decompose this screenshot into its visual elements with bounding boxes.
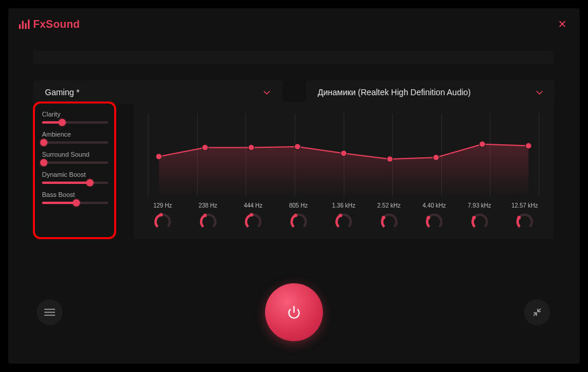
svg-point-1 <box>159 213 163 216</box>
app-logo: FxSound <box>19 18 80 31</box>
eq-node[interactable] <box>433 154 439 160</box>
eq-node[interactable] <box>156 154 161 160</box>
slider-thumb[interactable] <box>40 159 47 166</box>
eq-freq-label: 444 Hz <box>244 202 263 209</box>
slider-track[interactable] <box>42 182 108 184</box>
slider-thumb[interactable] <box>40 139 47 146</box>
eq-knob[interactable] <box>470 212 489 231</box>
top-strip <box>33 51 554 64</box>
equalizer-panel: 129 Hz 238 Hz 444 Hz 805 Hz 1.36 kHz <box>134 102 554 239</box>
eq-band-0: 129 Hz <box>148 202 177 231</box>
slider-bass-boost[interactable]: Bass Boost <box>42 191 108 204</box>
chevron-down-icon <box>536 88 543 97</box>
eq-node[interactable] <box>202 144 208 150</box>
chevron-down-icon <box>263 88 270 97</box>
eq-knob[interactable] <box>153 212 172 231</box>
eq-freq-label: 2.52 kHz <box>377 202 400 209</box>
eq-knob[interactable] <box>244 212 263 231</box>
eq-chart[interactable] <box>148 114 539 196</box>
collapse-button[interactable] <box>524 299 550 325</box>
eq-node[interactable] <box>479 141 485 147</box>
slider-label: Dynamic Boost <box>42 171 108 178</box>
preset-select[interactable]: Gaming * <box>33 80 282 104</box>
eq-freq-label: 805 Hz <box>289 202 308 209</box>
slider-thumb[interactable] <box>59 119 66 126</box>
svg-point-5 <box>250 213 253 216</box>
slider-track[interactable] <box>42 161 108 164</box>
slider-track[interactable] <box>42 141 108 144</box>
eq-knob[interactable] <box>425 212 444 231</box>
eq-knob[interactable] <box>380 212 399 231</box>
eq-band-4: 1.36 kHz <box>329 202 358 231</box>
app-name: FxSound <box>33 18 80 31</box>
eq-node[interactable] <box>341 150 347 156</box>
menu-button[interactable] <box>37 299 63 325</box>
eq-knob[interactable] <box>199 212 218 231</box>
eq-knob[interactable] <box>334 212 353 231</box>
titlebar: FxSound ✕ <box>8 8 580 40</box>
eq-band-8: 12.57 kHz <box>510 202 539 231</box>
slider-ambience[interactable]: Ambience <box>42 131 108 144</box>
effects-sliders-panel: Clarity Ambience Surround Sound Dynamic … <box>33 102 116 239</box>
slider-label: Ambience <box>42 131 108 138</box>
svg-point-3 <box>203 214 206 217</box>
slider-label: Surround Sound <box>42 151 108 158</box>
eq-node[interactable] <box>525 143 531 149</box>
logo-icon <box>19 20 30 29</box>
slider-thumb[interactable] <box>73 199 80 206</box>
slider-label: Bass Boost <box>42 191 108 198</box>
eq-knob[interactable] <box>289 212 308 231</box>
eq-freq-label: 7.93 kHz <box>468 202 491 209</box>
collapse-icon <box>532 308 542 317</box>
eq-freq-label: 12.57 kHz <box>511 202 538 209</box>
svg-point-9 <box>339 214 343 217</box>
bottom-bar <box>8 283 580 341</box>
slider-track[interactable] <box>42 121 108 124</box>
output-select[interactable]: Динамики (Realtek High Definition Audio) <box>306 80 555 104</box>
eq-freq-label: 1.36 kHz <box>332 202 355 209</box>
eq-node[interactable] <box>248 144 254 150</box>
eq-band-3: 805 Hz <box>284 202 314 231</box>
eq-freq-label: 4.40 kHz <box>422 202 445 209</box>
power-button[interactable] <box>265 283 323 341</box>
eq-freq-label: 129 Hz <box>153 202 172 209</box>
eq-band-5: 2.52 kHz <box>374 202 404 231</box>
slider-surround-sound[interactable]: Surround Sound <box>42 151 108 164</box>
eq-band-2: 444 Hz <box>238 202 268 231</box>
svg-point-11 <box>382 216 385 219</box>
output-label: Динамики (Realtek High Definition Audio) <box>318 88 471 97</box>
preset-label: Gaming * <box>45 88 79 97</box>
hamburger-icon <box>44 312 55 313</box>
slider-track[interactable] <box>42 202 108 204</box>
power-icon <box>286 305 302 320</box>
app-window: FxSound ✕ Gaming * Динамики (Realtek Hig… <box>8 8 580 364</box>
svg-point-17 <box>517 216 521 219</box>
eq-band-1: 238 Hz <box>193 202 223 231</box>
slider-clarity[interactable]: Clarity <box>42 111 108 124</box>
svg-point-15 <box>472 216 476 219</box>
eq-freq-label: 238 Hz <box>199 202 218 209</box>
svg-point-7 <box>293 214 297 217</box>
eq-band-7: 7.93 kHz <box>465 202 495 231</box>
slider-dynamic-boost[interactable]: Dynamic Boost <box>42 171 108 184</box>
slider-label: Clarity <box>42 111 108 118</box>
svg-point-13 <box>427 216 430 219</box>
eq-node[interactable] <box>387 156 393 162</box>
close-icon[interactable]: ✕ <box>556 18 568 31</box>
eq-knob[interactable] <box>515 212 534 231</box>
eq-node[interactable] <box>295 144 301 150</box>
slider-thumb[interactable] <box>86 179 93 186</box>
eq-band-6: 4.40 kHz <box>419 202 449 231</box>
